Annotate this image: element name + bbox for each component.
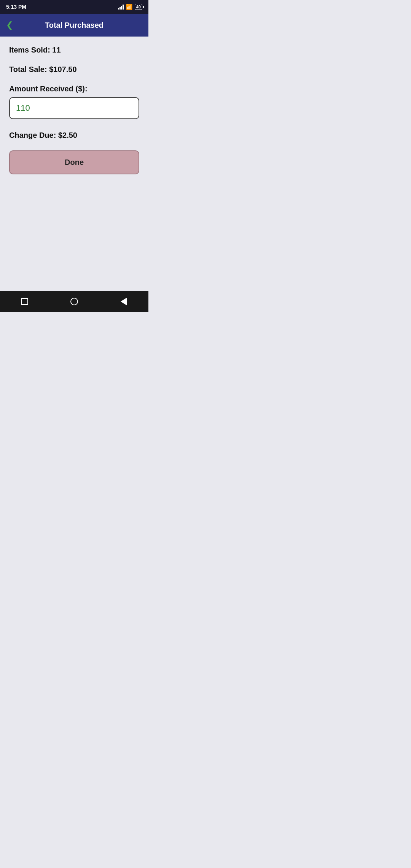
divider	[9, 124, 139, 124]
circle-icon	[70, 298, 78, 305]
page-title: Total Purchased	[45, 21, 104, 30]
change-due-label: Change Due: $2.50	[9, 131, 139, 140]
bottom-nav	[0, 291, 148, 312]
status-time: 5:13 PM	[6, 4, 26, 10]
amount-received-label: Amount Received ($):	[9, 85, 139, 93]
signal-icon	[118, 4, 124, 10]
nav-back-button[interactable]	[118, 296, 129, 307]
back-button[interactable]: ❮	[6, 19, 16, 31]
items-sold-label: Items Sold: 11	[9, 46, 139, 54]
triangle-icon	[121, 298, 127, 305]
battery-icon: 49	[135, 4, 142, 10]
wifi-icon: 📶	[126, 4, 132, 10]
status-icons: 📶 49	[118, 4, 142, 10]
done-button[interactable]: Done	[9, 150, 139, 174]
nav-home-button[interactable]	[68, 296, 80, 307]
main-content: Items Sold: 11 Total Sale: $107.50 Amoun…	[0, 37, 148, 291]
page-header: ❮ Total Purchased	[0, 14, 148, 37]
square-icon	[21, 298, 28, 305]
total-sale-label: Total Sale: $107.50	[9, 65, 139, 74]
amount-received-input[interactable]	[9, 97, 139, 119]
status-bar: 5:13 PM 📶 49	[0, 0, 148, 14]
nav-square-button[interactable]	[19, 296, 30, 307]
